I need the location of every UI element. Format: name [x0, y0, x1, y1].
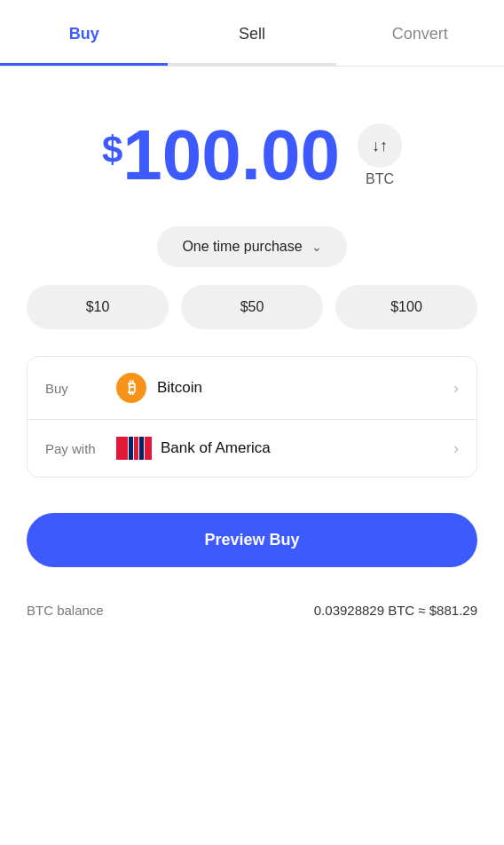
amount-value: 100.00 — [122, 120, 340, 191]
bank-name: Bank of America — [161, 439, 453, 457]
balance-row: BTC balance 0.03928829 BTC ≈ $881.29 — [0, 588, 504, 632]
balance-value: 0.03928829 BTC ≈ $881.29 — [314, 603, 477, 618]
bank-of-america-icon — [116, 436, 152, 461]
quick-amount-50[interactable]: $50 — [181, 285, 323, 329]
svg-rect-3 — [139, 437, 144, 460]
preview-buy-button[interactable]: Preview Buy — [27, 513, 477, 567]
tab-bar: Buy Sell Convert — [0, 0, 504, 67]
pay-with-row[interactable]: Pay with Bank of America › — [28, 420, 476, 477]
selection-card: Buy ₿ Bitcoin › Pay with Bank of America… — [27, 356, 477, 478]
amount-row: $ 100.00 ↓↑ BTC — [102, 120, 402, 191]
tab-buy[interactable]: Buy — [0, 0, 168, 66]
svg-rect-0 — [116, 437, 128, 460]
currency-toggle-button[interactable]: ↓↑ — [358, 123, 402, 168]
toggle-arrows-icon: ↓↑ — [372, 138, 388, 154]
tab-convert[interactable]: Convert — [336, 0, 504, 66]
amount-display: $ 100.00 — [102, 120, 340, 191]
quick-amounts: $10 $50 $100 — [0, 285, 504, 347]
buy-asset-row[interactable]: Buy ₿ Bitcoin › — [28, 357, 476, 420]
tab-sell[interactable]: Sell — [168, 0, 335, 66]
chevron-right-pay-icon: › — [453, 439, 459, 458]
toggle-wrapper: ↓↑ BTC — [358, 123, 402, 187]
buy-label: Buy — [45, 381, 116, 396]
svg-rect-1 — [129, 437, 133, 460]
bitcoin-icon: ₿ — [116, 373, 146, 403]
svg-rect-2 — [134, 437, 138, 460]
amount-section: $ 100.00 ↓↑ BTC — [0, 67, 504, 226]
quick-amount-10[interactable]: $10 — [27, 285, 169, 329]
chevron-right-icon: › — [453, 379, 459, 398]
chevron-down-icon: ⌄ — [311, 240, 322, 254]
currency-symbol: $ — [102, 129, 122, 171]
balance-label: BTC balance — [27, 603, 104, 618]
pay-with-label: Pay with — [45, 441, 116, 456]
purchase-type-button[interactable]: One time purchase ⌄ — [157, 226, 346, 267]
svg-rect-4 — [145, 437, 152, 460]
purchase-type-label: One time purchase — [182, 239, 302, 255]
purchase-section: One time purchase ⌄ — [0, 226, 504, 285]
asset-name: Bitcoin — [157, 379, 453, 397]
toggle-currency-label: BTC — [366, 171, 394, 187]
quick-amount-100[interactable]: $100 — [335, 285, 477, 329]
